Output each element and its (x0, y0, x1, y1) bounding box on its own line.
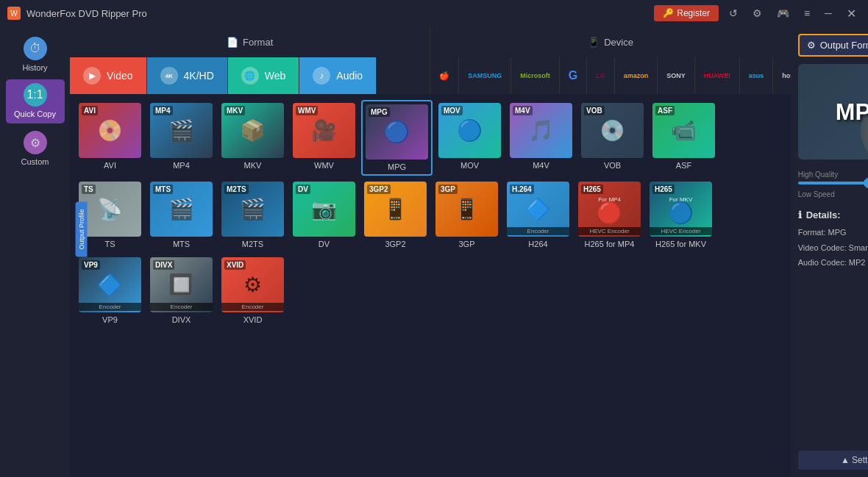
right-panel: ▶ ⚙ Output Format: MPG 🎬 High Quality Lo… (791, 26, 868, 477)
4k-icon: 4K (160, 67, 178, 85)
format-item-dv[interactable]: DV 📷 DV (290, 179, 358, 251)
format-thumb-3gp: 3GP 📱 (435, 182, 498, 237)
format-thumb-mp4: MP4 🎬 (150, 103, 213, 158)
format-item-wmv[interactable]: WMV 🎥 WMV (290, 100, 358, 176)
output-profile-tab[interactable]: Output Profile (76, 201, 88, 257)
format-thumb-3gp2: 3GP2 📱 (364, 182, 427, 237)
format-thumb-h264: H.264 🔷 Encoder (507, 182, 569, 237)
refresh-icon[interactable]: ↺ (725, 6, 742, 21)
speed-labels: Low Speed High Speed (798, 190, 868, 198)
format-thumb-wmv: WMV 🎥 (293, 103, 355, 158)
format-item-asf[interactable]: ASF 📹 ASF (650, 100, 718, 176)
brand-google[interactable]: G (560, 57, 587, 94)
details-header: ℹ Details: (798, 209, 868, 220)
format-grid-container: AVI 📀 AVI MP4 🎬 MP4 (70, 94, 791, 477)
sidebar-item-quickcopy[interactable]: 1:1 Quick Copy (6, 79, 65, 123)
format-type-4k[interactable]: 4K 4K/HD (147, 57, 228, 94)
format-thumb-vob: VOB 💿 (581, 103, 644, 158)
close-button[interactable]: ✕ (842, 5, 861, 22)
format-thumb-h265mp4: H265 For MP4 🔴 HEVC Encoder (578, 182, 641, 237)
details-icon: ℹ (798, 209, 802, 220)
format-type-video[interactable]: ▶ Video (70, 57, 147, 94)
quality-slider[interactable] (798, 182, 868, 184)
format-item-h265mkv[interactable]: H265 For MKV 🔵 HEVC Encoder H265 for MKV (647, 179, 715, 251)
format-type-row: ▶ Video 4K 4K/HD 🌐 Web ♪ Audio (70, 57, 430, 94)
format-thumb-mov: MOV 🔵 (438, 103, 501, 158)
format-item-3gp[interactable]: 3GP 📱 3GP (433, 179, 501, 251)
format-device-row: ▶ Video 4K 4K/HD 🌐 Web ♪ Audio 🍎 (70, 57, 791, 94)
device-tab-header[interactable]: 📱 Device (430, 26, 790, 57)
format-tab-header[interactable]: 📄 Format (70, 26, 430, 57)
format-thumb-xvid: XVID ⚙ Encoder (221, 257, 284, 312)
format-thumb-vp9: VP9 🔷 Encoder (79, 257, 141, 312)
format-thumb-m2ts: M2TS 🎬 (221, 182, 284, 237)
brand-apple[interactable]: 🍎 (430, 57, 459, 94)
brand-honor[interactable]: honor (773, 57, 790, 94)
menu-icon[interactable]: ≡ (800, 6, 814, 21)
brand-amazon[interactable]: amazon (615, 57, 658, 94)
device-icon: 📱 (588, 37, 600, 48)
section-header-row: 📄 Format 📱 Device (70, 26, 791, 57)
format-thumb-h265mkv: H265 For MKV 🔵 HEVC Encoder (650, 182, 712, 237)
format-item-m2ts[interactable]: M2TS 🎬 M2TS (218, 179, 287, 251)
quality-section: High Quality Low Quality Low Speed High … (798, 167, 868, 202)
brand-sony[interactable]: SONY (658, 57, 695, 94)
main-container: ⏱ History 1:1 Quick Copy ⚙ Custom Output… (0, 26, 868, 477)
format-type-audio[interactable]: ♪ Audio (299, 57, 377, 94)
format-thumb-avi: AVI 📀 (79, 103, 141, 158)
quality-thumb[interactable] (864, 178, 868, 188)
format-item-mp4[interactable]: MP4 🎬 MP4 (147, 100, 216, 176)
format-thumb-mpg: MPG 🔵 (366, 104, 428, 159)
format-item-mkv[interactable]: MKV 📦 MKV (218, 100, 287, 176)
app-icon: W (7, 7, 21, 20)
brand-asus[interactable]: asus (740, 57, 774, 94)
audio-icon: ♪ (313, 67, 330, 85)
sidebar-item-custom[interactable]: ⚙ Custom (6, 126, 65, 171)
audio-codec-detail: Audio Codec: MP2 (798, 257, 868, 269)
brand-samsung[interactable]: SAMSUNG (459, 57, 511, 94)
content-area: Output Profile 📄 Format 📱 Device ▶ Video (70, 26, 791, 477)
format-preview: MPG 🎬 (798, 64, 868, 159)
brand-huawei[interactable]: HUAWEI (695, 57, 740, 94)
register-button[interactable]: 🔑 Register (654, 5, 719, 21)
output-format-header: ⚙ Output Format: (798, 34, 868, 57)
format-item-xvid[interactable]: XVID ⚙ Encoder XVID (218, 254, 287, 327)
format-item-avi[interactable]: AVI 📀 AVI (76, 100, 144, 176)
format-thumb-m4v: M4V 🎵 (510, 103, 572, 158)
format-thumb-dv: DV 📷 (293, 182, 355, 237)
format-item-3gp2[interactable]: 3GP2 📱 3GP2 (361, 179, 430, 251)
custom-icon: ⚙ (24, 131, 47, 154)
video-icon: ▶ (83, 67, 101, 85)
format-thumb-asf: ASF 📹 (652, 103, 715, 158)
format-doc-icon: 📄 (227, 37, 238, 48)
brand-lg[interactable]: LG (587, 57, 615, 94)
format-item-divx[interactable]: DIVX 🔲 Encoder DIVX (147, 254, 216, 327)
brand-microsoft[interactable]: Microsoft (511, 57, 560, 94)
format-item-h264[interactable]: H.264 🔷 Encoder H264 (504, 179, 572, 251)
quickcopy-icon: 1:1 (24, 83, 47, 107)
format-item-mpg[interactable]: MPG 🔵 MPG (361, 100, 433, 176)
format-item-m4v[interactable]: M4V 🎵 M4V (507, 100, 575, 176)
sidebar-item-history[interactable]: ⏱ History (6, 32, 65, 76)
app-title: WonderFox DVD Ripper Pro (26, 8, 147, 19)
format-thumb-ts: TS 📡 (79, 182, 141, 237)
settings-icon[interactable]: ⚙ (748, 6, 766, 21)
format-item-mts[interactable]: MTS 🎬 MTS (147, 179, 216, 251)
quality-fill (798, 182, 868, 184)
format-item-mov[interactable]: MOV 🔵 MOV (435, 100, 504, 176)
title-bar-right: 🔑 Register ↺ ⚙ 🎮 ≡ ─ ✕ (654, 5, 861, 22)
grid-area: AVI 📀 AVI MP4 🎬 MP4 (70, 94, 791, 477)
output-format-area: ▶ ⚙ Output Format: (798, 34, 868, 57)
controller-icon[interactable]: 🎮 (772, 6, 794, 21)
output-format-icon: ⚙ (807, 40, 816, 51)
settings-button[interactable]: ▲ Settings (798, 451, 868, 470)
left-sidebar: ⏱ History 1:1 Quick Copy ⚙ Custom (0, 26, 70, 477)
web-icon: 🌐 (241, 67, 259, 85)
format-type-web[interactable]: 🌐 Web (228, 57, 300, 94)
format-item-vob[interactable]: VOB 💿 VOB (578, 100, 647, 176)
title-bar-left: W WonderFox DVD Ripper Pro (7, 7, 147, 20)
format-item-vp9[interactable]: VP9 🔷 Encoder VP9 (76, 254, 144, 327)
video-codec-detail: Video Codec: Smart Fit (798, 242, 868, 254)
minimize-button[interactable]: ─ (820, 6, 836, 21)
format-item-h265mp4[interactable]: H265 For MP4 🔴 HEVC Encoder H265 for MP4 (575, 179, 644, 251)
